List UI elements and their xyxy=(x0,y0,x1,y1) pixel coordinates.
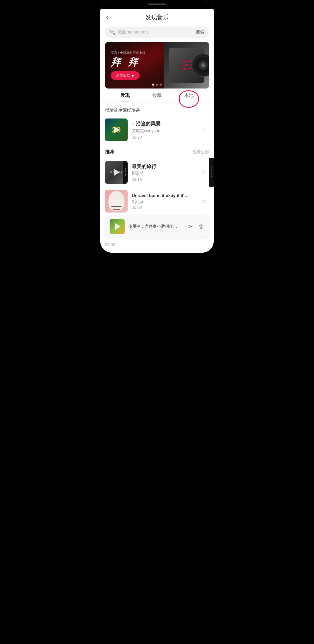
bottom-playing-bar[interactable]: 使用中：@伴奏小潘创作… ✂ 🗑 xyxy=(105,215,209,238)
bottom-song-info: 使用中：@伴奏小潘创作… xyxy=(128,224,185,229)
banner-listen-button[interactable]: 点击听歌 ▶ xyxy=(111,71,140,80)
recommendation-section-title: 根据音乐偏好推荐 xyxy=(100,102,214,116)
search-icon: 🔍 xyxy=(110,29,115,35)
search-input[interactable]: 歌曲melancholy xyxy=(118,29,193,35)
album-art-2: MADNAP MADNAP xyxy=(105,161,128,184)
back-button[interactable]: ‹ xyxy=(106,14,108,21)
search-button[interactable]: 搜索 xyxy=(196,29,204,35)
banner-play-arrow-icon: ▶ xyxy=(132,74,134,77)
banner-dot-1[interactable] xyxy=(152,84,154,86)
song-duration-2: 04:13 xyxy=(132,177,195,182)
bottom-action-buttons: ✂ 🗑 xyxy=(189,223,204,230)
tab-collection[interactable]: 收藏 xyxy=(141,93,173,102)
banner-dot-3[interactable] xyxy=(160,84,162,86)
song-duration-3: 01:00 xyxy=(132,205,195,210)
banner-text-area: 罗言 / 全新单曲正式上线 拜 拜 点击听歌 ▶ xyxy=(105,46,209,84)
song-name-3: Unravel but is it okay if it'… xyxy=(132,193,195,198)
tab-local[interactable]: 本地 xyxy=(173,93,205,102)
view-all-button[interactable]: 查看全部 xyxy=(193,150,209,155)
play-icon-1 xyxy=(114,126,120,133)
banner-title: 拜 拜 xyxy=(111,57,203,68)
status-bar xyxy=(100,0,214,9)
right-strip: MADNAP xyxy=(123,161,128,184)
play-icon-2 xyxy=(114,169,120,176)
tab-bar: 发现 收藏 本地 xyxy=(100,89,214,102)
recommend-section-title: 推荐 xyxy=(105,149,114,155)
banner-dot-2[interactable] xyxy=(156,84,158,86)
song-info-1: ♪ 沿途的风景 艾瑞克xiaoyuan 02:20 xyxy=(132,121,195,139)
play-overlay-1 xyxy=(105,118,128,141)
music-note-icon: ♪ xyxy=(132,121,134,126)
bottom-playing-label: 使用中：@伴奏小潘创作… xyxy=(128,224,185,229)
banner-dots xyxy=(152,84,162,86)
song-name-2: 最美的旅行 xyxy=(132,163,195,170)
song-artist-3: Kijugo xyxy=(132,199,195,204)
tab-discover[interactable]: 发现 xyxy=(109,93,141,102)
song-duration-1: 02:20 xyxy=(132,135,195,139)
song-name-row-1: ♪ 沿途的风景 xyxy=(132,121,195,127)
trash-button[interactable]: 🗑 xyxy=(199,223,204,230)
bottom-duration: 01:00 xyxy=(100,242,214,253)
song-artist-1: 艾瑞克xiaoyuan xyxy=(132,128,195,134)
list-item[interactable]: MADNAP MADNAP 最美的旅行 周富坚 04:13 ☆ MADNAP xyxy=(100,158,214,187)
banner-subtitle: 罗言 / 全新单曲正式上线 xyxy=(111,51,203,55)
bottom-album-art xyxy=(110,219,125,234)
list-item[interactable]: 20 ♪ 沿途的风景 艾瑞克xiaoyuan 02:20 ☆ xyxy=(100,116,214,144)
scissors-button[interactable]: ✂ xyxy=(189,223,194,230)
bottom-play-icon xyxy=(110,219,125,234)
song-artist-2: 周富坚 xyxy=(132,171,195,176)
bottom-play-triangle xyxy=(115,223,121,230)
favorite-button-3[interactable]: ☆ xyxy=(199,195,209,207)
recommend-header: 推荐 查看全部 xyxy=(100,144,214,158)
page-title: 发现音乐 xyxy=(145,13,169,21)
favorite-button-2[interactable]: ☆ xyxy=(199,166,209,178)
search-bar[interactable]: 🔍 歌曲melancholy 搜索 xyxy=(105,26,209,38)
header: ‹ 发现音乐 xyxy=(100,9,214,24)
album-art-3 xyxy=(105,190,128,213)
song-name-1: 沿途的风景 xyxy=(136,121,160,127)
list-item[interactable]: Unravel but is it okay if it'… Kijugo 01… xyxy=(100,187,214,215)
song-info-2: 最美的旅行 周富坚 04:13 xyxy=(132,163,195,182)
song-info-3: Unravel but is it okay if it'… Kijugo 01… xyxy=(132,193,195,210)
banner[interactable]: 罗言 / 全新单曲正式上线 拜 拜 点击听歌 ▶ BYEBYE!FULI FLA… xyxy=(105,42,209,89)
album-art-1: 20 xyxy=(105,118,128,141)
favorite-button-1[interactable]: ☆ xyxy=(199,124,209,136)
